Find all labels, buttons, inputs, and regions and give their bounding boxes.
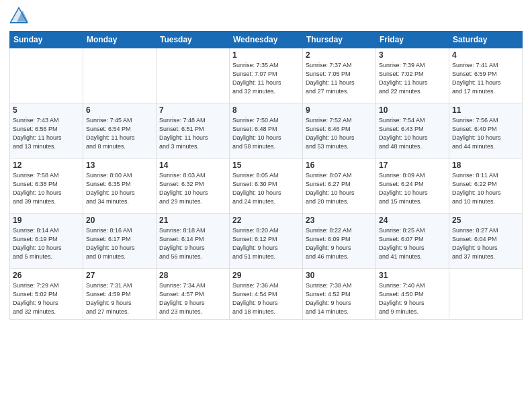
day-number: 27 [86, 271, 153, 280]
calendar-cell: 10Sunrise: 7:54 AM Sunset: 6:43 PM Dayli… [376, 103, 449, 158]
day-info: Sunrise: 8:16 AM Sunset: 6:17 PM Dayligh… [86, 226, 153, 261]
day-info: Sunrise: 8:11 AM Sunset: 6:22 PM Dayligh… [452, 171, 519, 206]
calendar-cell: 9Sunrise: 7:52 AM Sunset: 6:46 PM Daylig… [303, 103, 376, 158]
calendar-cell: 14Sunrise: 8:03 AM Sunset: 6:32 PM Dayli… [157, 158, 230, 214]
calendar-week-row: 5Sunrise: 7:43 AM Sunset: 6:56 PM Daylig… [10, 103, 523, 158]
calendar-cell: 7Sunrise: 7:48 AM Sunset: 6:51 PM Daylig… [157, 103, 230, 158]
calendar-cell: 2Sunrise: 7:37 AM Sunset: 7:05 PM Daylig… [303, 48, 376, 103]
day-info: Sunrise: 7:31 AM Sunset: 4:59 PM Dayligh… [86, 281, 153, 316]
day-info: Sunrise: 7:58 AM Sunset: 6:38 PM Dayligh… [13, 171, 80, 206]
day-info: Sunrise: 7:43 AM Sunset: 6:56 PM Dayligh… [13, 116, 80, 151]
day-number: 8 [232, 105, 300, 115]
day-number: 25 [452, 216, 519, 225]
calendar-cell: 29Sunrise: 7:36 AM Sunset: 4:54 PM Dayli… [230, 269, 303, 320]
day-number: 29 [232, 271, 300, 280]
weekday-header: Thursday [303, 32, 376, 48]
calendar-cell: 18Sunrise: 8:11 AM Sunset: 6:22 PM Dayli… [449, 158, 523, 214]
calendar-cell: 20Sunrise: 8:16 AM Sunset: 6:17 PM Dayli… [83, 214, 157, 269]
day-info: Sunrise: 8:09 AM Sunset: 6:24 PM Dayligh… [379, 171, 446, 206]
calendar-cell: 8Sunrise: 7:50 AM Sunset: 6:48 PM Daylig… [230, 103, 303, 158]
day-number: 19 [13, 216, 80, 225]
day-info: Sunrise: 8:27 AM Sunset: 6:04 PM Dayligh… [452, 226, 519, 261]
day-info: Sunrise: 7:52 AM Sunset: 6:46 PM Dayligh… [306, 116, 373, 151]
weekday-header: Saturday [449, 32, 523, 48]
calendar-cell: 13Sunrise: 8:00 AM Sunset: 6:35 PM Dayli… [83, 158, 157, 214]
calendar-cell [10, 48, 83, 103]
day-number: 17 [379, 161, 446, 170]
calendar-cell: 3Sunrise: 7:39 AM Sunset: 7:02 PM Daylig… [376, 48, 449, 103]
day-number: 20 [86, 216, 153, 225]
calendar-cell: 28Sunrise: 7:34 AM Sunset: 4:57 PM Dayli… [157, 269, 230, 320]
calendar-week-row: 26Sunrise: 7:29 AM Sunset: 5:02 PM Dayli… [10, 269, 523, 320]
day-number: 9 [306, 105, 373, 115]
day-info: Sunrise: 7:38 AM Sunset: 4:52 PM Dayligh… [306, 281, 373, 316]
day-number: 15 [232, 161, 300, 170]
day-number: 16 [306, 161, 373, 170]
day-info: Sunrise: 7:35 AM Sunset: 7:07 PM Dayligh… [232, 61, 300, 96]
calendar-cell: 12Sunrise: 7:58 AM Sunset: 6:38 PM Dayli… [10, 158, 83, 214]
weekday-header: Wednesday [230, 32, 303, 48]
day-number: 3 [379, 50, 446, 60]
day-info: Sunrise: 8:05 AM Sunset: 6:30 PM Dayligh… [232, 171, 300, 206]
day-info: Sunrise: 8:14 AM Sunset: 6:19 PM Dayligh… [13, 226, 80, 261]
calendar-week-row: 12Sunrise: 7:58 AM Sunset: 6:38 PM Dayli… [10, 158, 523, 214]
day-info: Sunrise: 8:22 AM Sunset: 6:09 PM Dayligh… [306, 226, 373, 261]
calendar-cell: 22Sunrise: 8:20 AM Sunset: 6:12 PM Dayli… [230, 214, 303, 269]
calendar-week-row: 1Sunrise: 7:35 AM Sunset: 7:07 PM Daylig… [10, 48, 523, 103]
calendar-cell [449, 269, 523, 320]
day-info: Sunrise: 8:25 AM Sunset: 6:07 PM Dayligh… [379, 226, 446, 261]
day-info: Sunrise: 7:48 AM Sunset: 6:51 PM Dayligh… [159, 116, 226, 151]
day-number: 21 [159, 216, 226, 225]
day-number: 22 [232, 216, 300, 225]
calendar-cell [157, 48, 230, 103]
logo [9, 7, 31, 26]
day-info: Sunrise: 8:18 AM Sunset: 6:14 PM Dayligh… [159, 226, 226, 261]
day-number: 10 [379, 105, 446, 115]
header [9, 7, 523, 26]
day-info: Sunrise: 7:41 AM Sunset: 6:59 PM Dayligh… [452, 61, 519, 96]
weekday-header: Monday [83, 32, 157, 48]
calendar-cell: 15Sunrise: 8:05 AM Sunset: 6:30 PM Dayli… [230, 158, 303, 214]
logo-icon [9, 7, 28, 26]
calendar-week-row: 19Sunrise: 8:14 AM Sunset: 6:19 PM Dayli… [10, 214, 523, 269]
calendar-cell: 24Sunrise: 8:25 AM Sunset: 6:07 PM Dayli… [376, 214, 449, 269]
calendar-cell: 1Sunrise: 7:35 AM Sunset: 7:07 PM Daylig… [230, 48, 303, 103]
day-number: 28 [159, 271, 226, 280]
day-number: 2 [306, 50, 373, 60]
day-number: 4 [452, 50, 519, 60]
day-info: Sunrise: 7:37 AM Sunset: 7:05 PM Dayligh… [306, 61, 373, 96]
day-info: Sunrise: 8:00 AM Sunset: 6:35 PM Dayligh… [86, 171, 153, 206]
day-number: 12 [13, 161, 80, 170]
day-info: Sunrise: 8:07 AM Sunset: 6:27 PM Dayligh… [306, 171, 373, 206]
day-number: 30 [306, 271, 373, 280]
weekday-header: Friday [376, 32, 449, 48]
day-number: 18 [452, 161, 519, 170]
calendar-cell: 19Sunrise: 8:14 AM Sunset: 6:19 PM Dayli… [10, 214, 83, 269]
calendar-cell: 17Sunrise: 8:09 AM Sunset: 6:24 PM Dayli… [376, 158, 449, 214]
calendar-cell: 11Sunrise: 7:56 AM Sunset: 6:40 PM Dayli… [449, 103, 523, 158]
page: SundayMondayTuesdayWednesdayThursdayFrid… [0, 0, 532, 411]
day-number: 13 [86, 161, 153, 170]
day-number: 7 [159, 105, 226, 115]
day-info: Sunrise: 7:45 AM Sunset: 6:54 PM Dayligh… [86, 116, 153, 151]
day-info: Sunrise: 8:03 AM Sunset: 6:32 PM Dayligh… [159, 171, 226, 206]
day-info: Sunrise: 8:20 AM Sunset: 6:12 PM Dayligh… [232, 226, 300, 261]
calendar-cell: 31Sunrise: 7:40 AM Sunset: 4:50 PM Dayli… [376, 269, 449, 320]
day-number: 11 [452, 105, 519, 115]
calendar-table: SundayMondayTuesdayWednesdayThursdayFrid… [9, 31, 523, 320]
calendar-cell: 4Sunrise: 7:41 AM Sunset: 6:59 PM Daylig… [449, 48, 523, 103]
calendar-cell: 27Sunrise: 7:31 AM Sunset: 4:59 PM Dayli… [83, 269, 157, 320]
calendar-cell: 5Sunrise: 7:43 AM Sunset: 6:56 PM Daylig… [10, 103, 83, 158]
calendar-cell [83, 48, 157, 103]
day-info: Sunrise: 7:36 AM Sunset: 4:54 PM Dayligh… [232, 281, 300, 316]
calendar-cell: 16Sunrise: 8:07 AM Sunset: 6:27 PM Dayli… [303, 158, 376, 214]
weekday-header: Tuesday [157, 32, 230, 48]
day-number: 5 [13, 105, 80, 115]
day-info: Sunrise: 7:29 AM Sunset: 5:02 PM Dayligh… [13, 281, 80, 316]
day-info: Sunrise: 7:56 AM Sunset: 6:40 PM Dayligh… [452, 116, 519, 151]
day-number: 1 [232, 50, 300, 60]
day-number: 26 [13, 271, 80, 280]
day-info: Sunrise: 7:34 AM Sunset: 4:57 PM Dayligh… [159, 281, 226, 316]
calendar-cell: 6Sunrise: 7:45 AM Sunset: 6:54 PM Daylig… [83, 103, 157, 158]
weekday-header: Sunday [10, 32, 83, 48]
